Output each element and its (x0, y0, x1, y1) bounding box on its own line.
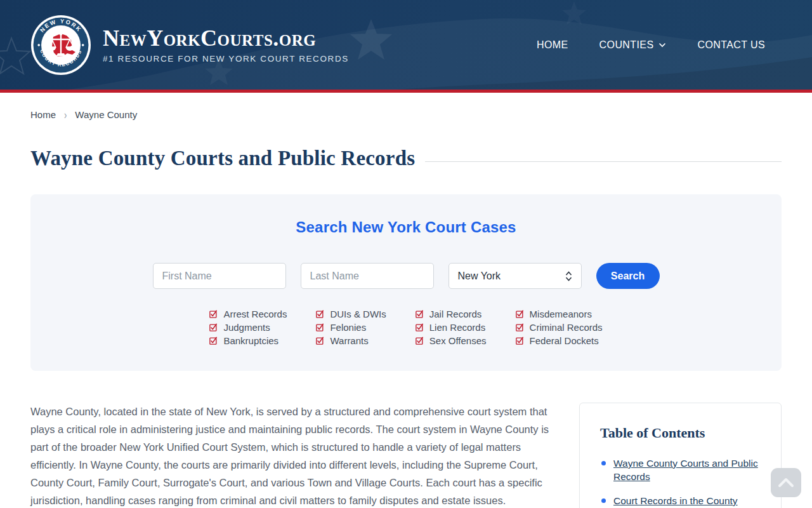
filter-checkbox-jail-records[interactable]: Jail Records (416, 309, 487, 319)
chevron-down-icon (658, 43, 666, 48)
checked-checkbox-icon (209, 310, 218, 318)
brand-title: NewYorkCourts.org (103, 26, 349, 51)
checked-checkbox-icon (416, 323, 424, 331)
table-of-contents-card: Table of Contents Wayne County Courts an… (579, 403, 782, 508)
checked-checkbox-icon (416, 310, 424, 318)
toc-item: Court Records in the County (600, 494, 761, 507)
filter-checkbox-warrants[interactable]: Warrants (316, 336, 386, 345)
filter-checkbox-judgments[interactable]: Judgments (209, 323, 287, 332)
nav-item-counties[interactable]: COUNTIES (599, 39, 667, 51)
breadcrumb-home-link[interactable]: Home (30, 109, 56, 120)
brand-logo-link[interactable]: NEW YORK COURT RECORDS NewYorkCourts.org… (30, 15, 349, 76)
search-heading: Search New York Court Cases (30, 218, 782, 236)
filter-checkbox-misdemeanors[interactable]: Misdemeanors (516, 309, 603, 319)
filter-checkbox-federal-dockets[interactable]: Federal Dockets (516, 336, 603, 345)
filter-checkbox-duis-dwis[interactable]: DUIs & DWIs (316, 309, 386, 319)
brand-tagline: #1 RESOURCE FOR NEW YORK COURT RECORDS (103, 54, 349, 64)
checked-checkbox-icon (316, 310, 324, 318)
main-nav: HOME COUNTIES CONTACT US (537, 39, 782, 51)
search-panel: Search New York Court Cases New York Sea… (30, 194, 782, 371)
filter-column: Arrest RecordsJudgmentsBankruptcies (209, 309, 287, 345)
site-header: NEW YORK COURT RECORDS NewYorkCourts.org… (0, 0, 812, 93)
court-records-seal-icon: NEW YORK COURT RECORDS (30, 15, 91, 76)
toc-item: Wayne County Courts and Public Records (600, 457, 761, 483)
scroll-to-top-button[interactable] (771, 468, 801, 497)
breadcrumb: Home › Wayne County (30, 93, 782, 120)
page-title: Wayne County Courts and Public Records (30, 147, 415, 170)
chevron-up-icon (778, 478, 794, 488)
nav-item-home[interactable]: HOME (537, 39, 568, 51)
select-updown-icon (565, 271, 572, 281)
filter-checkbox-criminal-records[interactable]: Criminal Records (516, 323, 603, 332)
checked-checkbox-icon (209, 323, 218, 331)
filter-checkbox-bankruptcies[interactable]: Bankruptcies (209, 336, 287, 345)
breadcrumb-current: Wayne County (75, 109, 137, 120)
last-name-input[interactable] (301, 263, 434, 289)
filter-column: DUIs & DWIsFeloniesWarrants (316, 309, 386, 345)
filter-checkbox-arrest-records[interactable]: Arrest Records (209, 309, 287, 319)
toc-list: Wayne County Courts and Public Records C… (600, 457, 761, 508)
checked-checkbox-icon (316, 337, 324, 345)
checked-checkbox-icon (516, 323, 524, 331)
search-form: New York Search (30, 263, 782, 289)
article-paragraph: Wayne County, located in the state of Ne… (30, 403, 558, 508)
state-select[interactable]: New York (449, 263, 582, 289)
checked-checkbox-icon (516, 310, 524, 318)
checked-checkbox-icon (416, 337, 424, 345)
checked-checkbox-icon (516, 337, 524, 345)
filter-column: MisdemeanorsCriminal RecordsFederal Dock… (516, 309, 603, 345)
nav-item-contact-us[interactable]: CONTACT US (697, 39, 765, 51)
toc-link-wayne-county-courts[interactable]: Wayne County Courts and Public Records (613, 458, 758, 482)
filter-checkbox-sex-offenses[interactable]: Sex Offenses (416, 336, 487, 345)
breadcrumb-separator-icon: › (64, 108, 67, 121)
search-button[interactable]: Search (596, 263, 660, 289)
checked-checkbox-icon (316, 323, 324, 331)
article: Wayne County, located in the state of Ne… (30, 403, 558, 508)
filter-checkbox-felonies[interactable]: Felonies (316, 323, 386, 332)
first-name-input[interactable] (153, 263, 286, 289)
checked-checkbox-icon (209, 337, 218, 345)
toc-link-court-records-county[interactable]: Court Records in the County (613, 495, 738, 506)
filter-grid: Arrest RecordsJudgmentsBankruptciesDUIs … (30, 309, 782, 345)
toc-title: Table of Contents (600, 425, 761, 441)
filter-column: Jail RecordsLien RecordsSex Offenses (416, 309, 487, 345)
title-divider (425, 161, 782, 162)
filter-checkbox-lien-records[interactable]: Lien Records (416, 323, 487, 332)
